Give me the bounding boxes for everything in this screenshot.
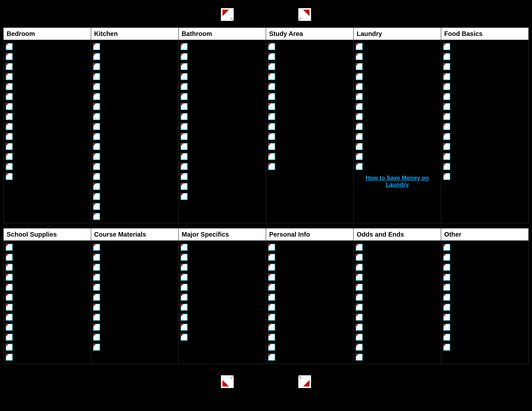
checkbox-icon[interactable] xyxy=(93,53,100,60)
checkbox-icon[interactable] xyxy=(93,133,100,140)
checkbox-icon[interactable] xyxy=(268,113,275,120)
list-item[interactable] xyxy=(443,163,526,170)
list-item[interactable] xyxy=(268,153,352,160)
checkbox-icon[interactable] xyxy=(6,344,13,351)
checkbox-icon[interactable] xyxy=(356,123,363,130)
checkbox-icon[interactable] xyxy=(443,143,450,150)
list-item[interactable] xyxy=(93,103,176,110)
checkbox-icon[interactable] xyxy=(180,83,188,90)
list-item[interactable] xyxy=(180,314,264,321)
checkbox-icon[interactable] xyxy=(268,284,275,291)
checkbox-icon[interactable] xyxy=(443,264,450,271)
checkbox-icon[interactable] xyxy=(268,43,275,50)
checkbox-icon[interactable] xyxy=(6,354,13,361)
list-item[interactable] xyxy=(93,183,176,190)
checkbox-icon[interactable] xyxy=(268,244,275,251)
list-item[interactable] xyxy=(268,83,352,90)
list-item[interactable] xyxy=(268,264,352,271)
list-item[interactable] xyxy=(6,43,89,50)
checkbox-icon[interactable] xyxy=(93,294,100,301)
checkbox-icon[interactable] xyxy=(356,324,363,331)
checkbox-icon[interactable] xyxy=(180,173,188,180)
checkbox-icon[interactable] xyxy=(93,284,100,291)
checkbox-icon[interactable] xyxy=(93,244,100,251)
checkbox-icon[interactable] xyxy=(6,264,13,271)
checkbox-icon[interactable] xyxy=(6,153,13,160)
list-item[interactable] xyxy=(6,324,89,331)
checkbox-icon[interactable] xyxy=(93,183,100,190)
list-item[interactable] xyxy=(443,113,526,120)
checkbox-icon[interactable] xyxy=(356,334,363,341)
checkbox-icon[interactable] xyxy=(6,324,13,331)
list-item[interactable] xyxy=(180,284,264,291)
list-item[interactable] xyxy=(180,123,264,130)
checkbox-icon[interactable] xyxy=(180,284,188,291)
list-item[interactable] xyxy=(6,354,89,361)
list-item[interactable] xyxy=(93,143,176,150)
list-item[interactable] xyxy=(93,203,176,210)
list-item[interactable] xyxy=(180,244,264,251)
checkbox-icon[interactable] xyxy=(180,334,188,341)
checkbox-icon[interactable] xyxy=(356,284,363,291)
checkbox-icon[interactable] xyxy=(268,324,275,331)
list-item[interactable] xyxy=(180,103,264,110)
list-item[interactable] xyxy=(268,254,352,261)
list-item[interactable] xyxy=(93,113,176,120)
list-item[interactable] xyxy=(180,304,264,311)
list-item[interactable] xyxy=(443,294,526,301)
list-item[interactable] xyxy=(443,173,526,180)
checkbox-icon[interactable] xyxy=(93,113,100,120)
checkbox-icon[interactable] xyxy=(268,344,275,351)
list-item[interactable] xyxy=(268,314,352,321)
list-item[interactable] xyxy=(356,284,439,291)
list-item[interactable] xyxy=(268,294,352,301)
checkbox-icon[interactable] xyxy=(6,133,13,140)
checkbox-icon[interactable] xyxy=(180,43,188,50)
checkbox-icon[interactable] xyxy=(268,294,275,301)
checkbox-icon[interactable] xyxy=(443,63,450,70)
checkbox-icon[interactable] xyxy=(180,53,188,60)
list-item[interactable] xyxy=(268,284,352,291)
list-item[interactable] xyxy=(443,43,526,50)
checkbox-icon[interactable] xyxy=(356,244,363,251)
list-item[interactable] xyxy=(93,254,176,261)
checkbox-icon[interactable] xyxy=(443,284,450,291)
list-item[interactable] xyxy=(356,294,439,301)
checkbox-icon[interactable] xyxy=(356,354,363,361)
checkbox-icon[interactable] xyxy=(6,143,13,150)
checkbox-icon[interactable] xyxy=(443,123,450,130)
list-item[interactable] xyxy=(93,163,176,170)
checkbox-icon[interactable] xyxy=(443,43,450,50)
list-item[interactable] xyxy=(268,103,352,110)
checkbox-icon[interactable] xyxy=(443,103,450,110)
list-item[interactable] xyxy=(6,133,89,140)
list-item[interactable] xyxy=(356,73,439,80)
checkbox-icon[interactable] xyxy=(443,254,450,261)
list-item[interactable] xyxy=(6,83,89,90)
list-item[interactable] xyxy=(268,73,352,80)
checkbox-icon[interactable] xyxy=(356,143,363,150)
list-item[interactable] xyxy=(443,143,526,150)
list-item[interactable] xyxy=(93,294,176,301)
checkbox-icon[interactable] xyxy=(268,264,275,271)
list-item[interactable] xyxy=(93,334,176,341)
checkbox-icon[interactable] xyxy=(356,163,363,170)
list-item[interactable] xyxy=(356,264,439,271)
list-item[interactable] xyxy=(180,73,264,80)
list-item[interactable] xyxy=(443,53,526,60)
checkbox-icon[interactable] xyxy=(356,304,363,311)
list-item[interactable] xyxy=(356,314,439,321)
laundry-save-link[interactable]: How to Save Money on Laundry xyxy=(355,175,440,188)
list-item[interactable] xyxy=(268,304,352,311)
checkbox-icon[interactable] xyxy=(93,143,100,150)
checkbox-icon[interactable] xyxy=(356,103,363,110)
checkbox-icon[interactable] xyxy=(180,123,188,130)
checkbox-icon[interactable] xyxy=(356,274,363,281)
checkbox-icon[interactable] xyxy=(93,173,100,180)
list-item[interactable] xyxy=(443,83,526,90)
checkbox-icon[interactable] xyxy=(93,203,100,210)
checkbox-icon[interactable] xyxy=(268,334,275,341)
list-item[interactable] xyxy=(93,324,176,331)
checkbox-icon[interactable] xyxy=(93,163,100,170)
checkbox-icon[interactable] xyxy=(6,93,13,100)
